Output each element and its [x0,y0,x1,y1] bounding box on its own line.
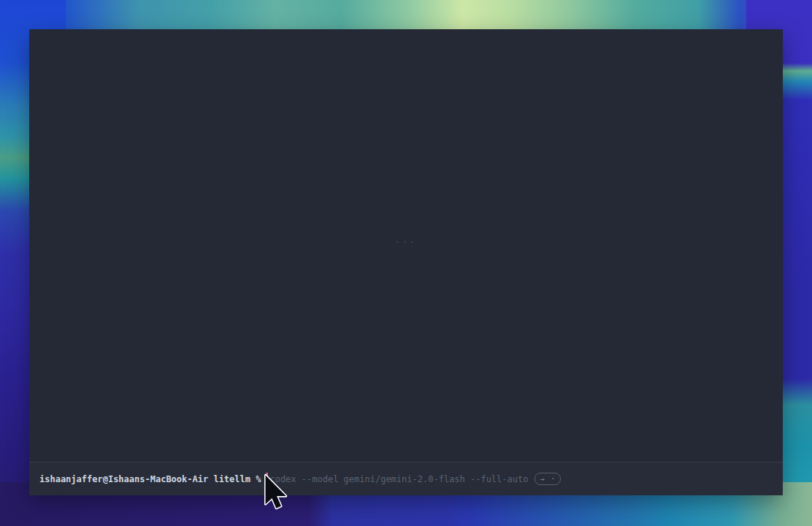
terminal-prompt-line[interactable]: ishaanjaffer@Ishaans-MacBook-Air litellm… [29,462,783,495]
loading-ellipsis: ··· [395,237,418,247]
text-cursor [266,473,268,484]
shell-prompt-label: ishaanjaffer@Ishaans-MacBook-Air litellm… [39,474,261,484]
terminal-output-area[interactable]: ··· [29,29,783,462]
autosuggestion-text: codex --model gemini/gemini-2.0-flash --… [269,474,528,484]
autosuggest-hint-badge: → · [535,473,561,485]
terminal-window[interactable]: ··· ishaanjaffer@Ishaans-MacBook-Air lit… [29,29,783,495]
